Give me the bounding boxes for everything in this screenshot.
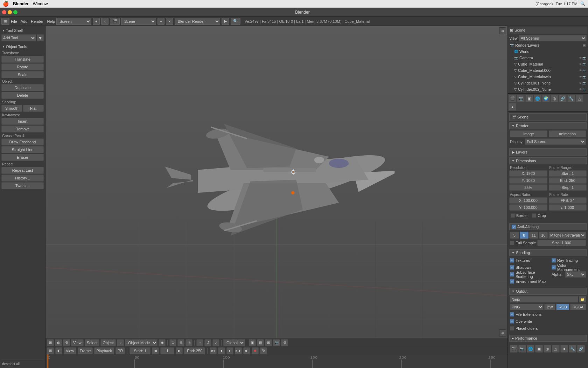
eye-icon2[interactable]: 👁 [579, 63, 582, 66]
timeline-frame-btn[interactable]: Frame [78, 347, 93, 354]
maximize-window-btn[interactable] [13, 10, 18, 14]
tweak-btn[interactable]: Tweak... [1, 182, 44, 189]
eraser-btn[interactable]: Eraser [1, 154, 44, 161]
next-frame-btn[interactable]: ▶ [176, 347, 183, 354]
modifiers-tab[interactable]: 🔧 [567, 95, 575, 102]
transform-gizmo-btn[interactable]: ↔ [196, 339, 203, 346]
repeat-last-btn[interactable]: Repeat Last [1, 167, 44, 174]
res-pct-field[interactable]: 25% [509, 184, 547, 191]
rotate-btn[interactable]: Rotate [1, 63, 44, 70]
viewport-canvas[interactable]: ⊕ ⊕ [46, 26, 507, 338]
material-tab[interactable]: ● [509, 103, 516, 111]
bw-btn[interactable]: BW [544, 304, 555, 310]
view-menu-btn[interactable]: View [71, 339, 84, 346]
viewport-corner-btn[interactable]: ⊕ [499, 27, 506, 34]
layer-btn2[interactable]: ▤ [257, 339, 264, 346]
apple-menu-icon[interactable]: 🍎 [3, 1, 9, 7]
viewport-render-btn[interactable]: 📷 [273, 339, 280, 346]
prop-tab-7[interactable]: ● [560, 345, 568, 353]
output-folder-btn[interactable]: 📁 [579, 296, 586, 302]
alpha-select[interactable]: Sky [565, 271, 586, 278]
scale-gizmo-btn[interactable]: ⤢ [212, 339, 219, 346]
prop-tab-5[interactable]: ◎ [544, 345, 551, 353]
viewport-settings-btn[interactable]: ⚙ [281, 339, 288, 346]
ray-tracing-checkbox[interactable]: ✓ [552, 258, 556, 263]
minimize-window-btn[interactable] [8, 10, 12, 14]
eye-icon[interactable]: 👁 [579, 56, 582, 60]
file-menu[interactable]: File [11, 19, 17, 23]
eye-icon4[interactable]: 👁 [579, 75, 582, 79]
render-icon3[interactable]: 📷 [582, 69, 586, 72]
output-header[interactable]: ▼ Output [509, 288, 587, 295]
world-tab[interactable]: 🌍 [542, 95, 550, 102]
play-btn[interactable]: ⏵ [226, 347, 233, 354]
delete-btn[interactable]: Delete [1, 92, 44, 99]
res-y-field[interactable]: Y: 1080 [509, 177, 547, 184]
shading-section-header[interactable]: ▼ Shading [509, 249, 587, 256]
env-map-checkbox[interactable]: ✓ [510, 279, 514, 284]
object-tab[interactable]: ◎ [551, 95, 558, 102]
timeline-icon[interactable]: ⊞ [47, 347, 54, 354]
timeline-ruler[interactable]: 0 50 100 150 200 250 [46, 354, 507, 368]
header-icon-btn[interactable]: ⊞ [1, 18, 9, 25]
step-field[interactable]: Step: 1 [549, 184, 587, 191]
pivot-btn[interactable]: ⊙ [169, 339, 176, 346]
add-screen-btn[interactable]: + [93, 18, 100, 25]
aa-size-field[interactable]: Size: 1.000 [537, 240, 586, 246]
outliner-view-label[interactable]: View [509, 36, 518, 40]
viewport-icon2[interactable]: ◐ [55, 339, 62, 346]
insert-btn[interactable]: Insert [1, 118, 44, 125]
eye-icon3[interactable]: 👁 [579, 69, 582, 72]
eye-icon6[interactable]: 👁 [579, 88, 582, 91]
add-menu[interactable]: Add [21, 19, 28, 23]
transform-orientation-select[interactable]: Global [223, 339, 245, 346]
outliner-item[interactable]: 📷 Camera 👁 📷 [509, 55, 587, 61]
window-menu[interactable]: Window [33, 1, 48, 6]
outliner-item[interactable]: ▽ Cube_Materialxwin 👁 📷 [509, 74, 587, 80]
prop-tab-8[interactable]: 🔧 [569, 345, 576, 353]
aa-header[interactable]: ✓ Anti-Aliasing [509, 223, 587, 230]
start-frame-field[interactable]: Start: 1 [130, 347, 150, 354]
sync-btn[interactable]: ↻ [260, 347, 267, 354]
overwrite-checkbox[interactable]: ✓ [510, 319, 514, 323]
outliner-item[interactable]: ▽ Cylinder.002_None 👁 📷 [509, 86, 587, 93]
add-tool-menu-btn[interactable]: ▼ [37, 34, 44, 41]
current-frame-field[interactable]: 1 [160, 347, 174, 354]
render-layers-tab[interactable]: ▣ [525, 95, 533, 102]
play-forward-btn[interactable]: ⏵⏵ [235, 347, 242, 354]
remove-btn[interactable]: Remove [1, 125, 44, 132]
flat-btn[interactable]: Flat [23, 105, 44, 112]
full-sample-checkbox[interactable] [510, 241, 514, 245]
scene-select[interactable]: Scene [121, 18, 156, 25]
viewport-display-btn[interactable]: ◉ [159, 339, 166, 346]
eye-icon5[interactable]: 👁 [579, 82, 582, 85]
data-tab[interactable]: △ [576, 95, 583, 102]
viewport-icon3[interactable]: ⚙ [63, 339, 70, 346]
screen-select[interactable]: Screen [56, 18, 91, 25]
constraints-tab[interactable]: 🔗 [559, 95, 567, 102]
render-icon[interactable]: 📷 [582, 56, 586, 60]
prop-tab-4[interactable]: ▣ [535, 345, 543, 353]
snap-btn[interactable]: ⊞ [177, 339, 184, 346]
render-menu[interactable]: Render [31, 19, 43, 23]
render-icon5[interactable]: 📷 [582, 82, 586, 85]
layer-btn1[interactable]: ▣ [249, 339, 256, 346]
scene-tab[interactable]: 🌐 [534, 95, 541, 102]
outliner-item[interactable]: ▽ Cube_Material.000 👁 📷 [509, 67, 587, 74]
add-tool-select[interactable]: Add Tool [1, 34, 36, 41]
color-management-checkbox[interactable]: ✓ [552, 265, 556, 270]
asp-x-field[interactable]: X: 100.000 [509, 197, 547, 204]
scale-btn[interactable]: Scale [1, 71, 44, 78]
crop-checkbox[interactable] [532, 213, 536, 218]
outliner-scenes-select[interactable]: All Scenes [519, 35, 587, 41]
rotate-gizmo-btn[interactable]: ↺ [204, 339, 211, 346]
dimensions-header[interactable]: ▼ Dimensions [509, 157, 587, 164]
fps-field[interactable]: FPS: 24 [549, 197, 587, 204]
textures-checkbox[interactable]: ✓ [510, 258, 514, 263]
end-field[interactable]: End: 250 [549, 177, 587, 184]
engine-select[interactable]: Blender Render [175, 18, 220, 25]
aa-5-btn[interactable]: 5 [510, 232, 519, 239]
object-menu-btn[interactable]: Object [100, 339, 116, 346]
aa-filter-select[interactable]: Mitchell-Netravali [548, 232, 586, 239]
prop-tab-9[interactable]: 🔗 [577, 345, 585, 353]
